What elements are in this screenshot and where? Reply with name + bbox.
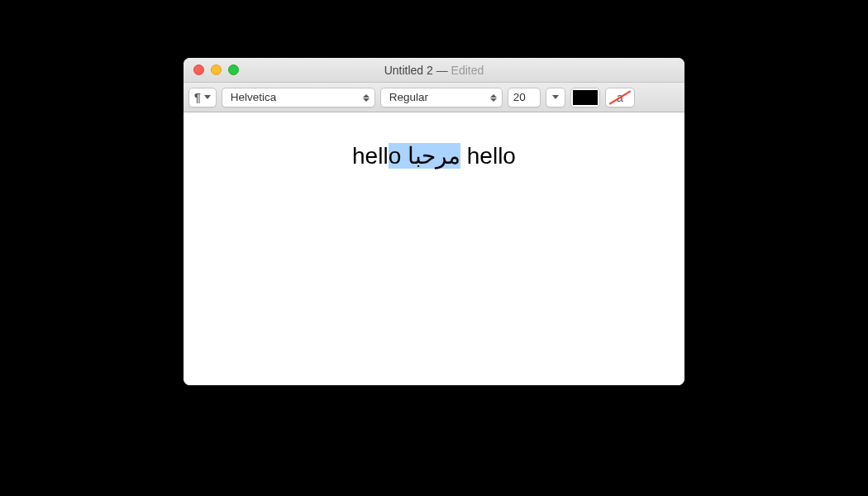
text-selection[interactable]: o مرحبا	[389, 143, 460, 169]
text-color-swatch[interactable]	[570, 88, 600, 107]
title-separator: —	[433, 64, 451, 77]
titlebar[interactable]: Untitled 2 — Edited	[184, 58, 684, 83]
close-window-button[interactable]	[193, 64, 204, 75]
font-family-value: Helvetica	[231, 91, 277, 103]
font-size-dropdown[interactable]	[546, 88, 565, 107]
traffic-lights	[184, 64, 239, 75]
font-size-value: 20	[513, 91, 526, 103]
paragraph-style-button[interactable]: ¶	[188, 88, 217, 107]
font-size-input[interactable]: 20	[508, 88, 541, 107]
font-family-select[interactable]: Helvetica	[222, 88, 375, 107]
text-editor-window: Untitled 2 — Edited ¶ Helvetica Regular …	[184, 58, 684, 385]
chevron-down-icon	[204, 95, 211, 99]
highlight-color-button[interactable]: a	[605, 88, 635, 107]
pilcrow-icon: ¶	[194, 91, 201, 104]
font-weight-value: Regular	[389, 91, 428, 103]
stepper-icon	[363, 91, 371, 106]
text-line[interactable]: hello مرحبا hello	[352, 142, 516, 169]
font-weight-select[interactable]: Regular	[380, 88, 503, 107]
minimize-window-button[interactable]	[211, 64, 222, 75]
stepper-icon	[490, 91, 498, 106]
text-before-selection[interactable]: hell	[352, 143, 389, 169]
window-title: Untitled 2 — Edited	[184, 64, 684, 77]
text-after-selection[interactable]: hello	[460, 143, 516, 169]
document-area[interactable]: hello مرحبا hello	[184, 112, 684, 385]
color-swatch-inner	[573, 90, 598, 105]
chevron-down-icon	[552, 95, 559, 99]
format-toolbar: ¶ Helvetica Regular 20 a	[184, 83, 684, 112]
document-name: Untitled 2	[384, 64, 433, 77]
zoom-window-button[interactable]	[228, 64, 239, 75]
document-status: Edited	[451, 64, 484, 77]
